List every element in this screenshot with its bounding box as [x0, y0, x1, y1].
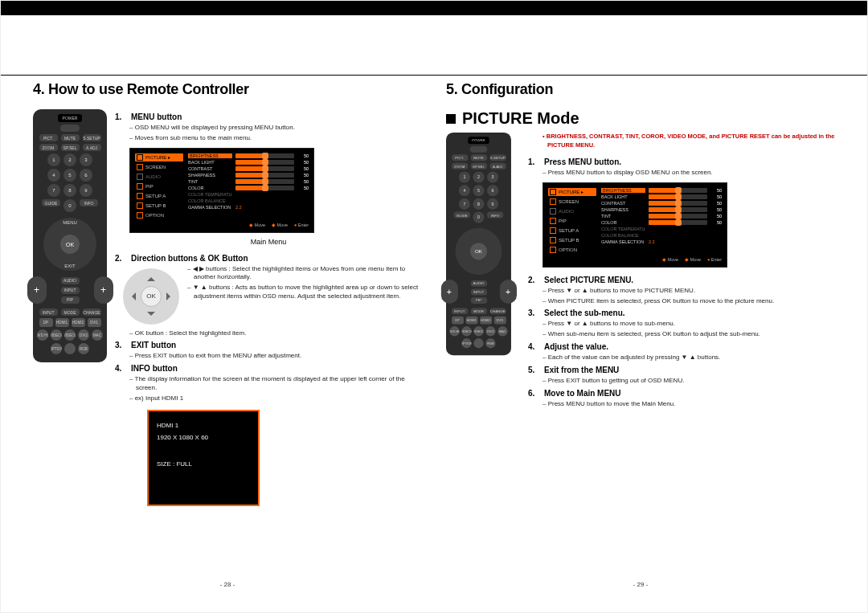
r-sec2-b2: When PICTURE item is selected, press OK …	[542, 297, 835, 306]
osd-item-audio: AUDIO	[135, 173, 183, 181]
r2-2: 2	[473, 171, 484, 182]
main-menu-caption: Main Menu	[115, 238, 422, 246]
osd2-setupb: SETUP B	[548, 236, 596, 244]
src-dvdhd: DVD HD	[37, 329, 48, 341]
num-7: 7	[47, 184, 60, 197]
r2-vol: +	[440, 280, 457, 304]
osd-row-color-temperature: COLOR TEMPERATURE	[188, 192, 309, 197]
src-dvi1: DVI1	[88, 318, 101, 327]
r2-mode: MODE	[470, 308, 486, 314]
num-1: 1	[47, 153, 60, 166]
src-dvi2: DVI2	[78, 329, 89, 341]
remote-control-figure-2: POWER PICT.MUTES.SETUP ZOOMSP.SELA.ADJ 1…	[446, 133, 520, 386]
r2-9: 9	[487, 198, 498, 210]
sec4-b2: ex) Input HDMI 1	[129, 394, 422, 403]
r2-1: 1	[459, 171, 470, 182]
input-btn: INPUT	[39, 309, 58, 316]
sec2-b1: ◀ ▶ buttons : Select the highlighted ite…	[187, 265, 422, 283]
osd-item-picture: PICTURE ▸	[135, 153, 183, 161]
r2-change: CHANGE	[489, 308, 506, 314]
src-rgb: RGB	[78, 343, 89, 354]
source-grid: DP HDMI1 HDMI2 DVI1 DVD HD VIDEO1 VIDEO2…	[37, 318, 103, 354]
osd2-pip: PIP	[548, 217, 596, 225]
remote-body: POWER PICT. MUTE S.SETUP ZOOM SP.SEL A.A…	[33, 109, 107, 362]
picture-mode-header: PICTURE Mode	[446, 109, 835, 128]
r2-sel: +	[499, 280, 516, 304]
osd2-footer: ◆ Move ◆ Move ● Enter	[548, 257, 722, 262]
src-mac: MAC	[92, 329, 103, 341]
osd-row-contrast: CONTRAST50	[188, 166, 309, 171]
r2-rgb: RGB	[485, 338, 495, 348]
r-sec1-b1: Press MENU button to display OSD MENU on…	[542, 169, 835, 178]
ok-button: OK	[60, 235, 80, 254]
r-sec2-b1: Press ▼ or ▲ buttons to move to PICTURE …	[542, 287, 835, 296]
r2-dvdhd: DVD HD	[449, 326, 459, 336]
vol-rocker: +	[27, 276, 47, 304]
src-hdmi1: HDMI1	[55, 318, 69, 327]
osd2-params: BRIGHTNESS50BACK LIGHT50CONTRAST50SHARPN…	[601, 188, 722, 254]
r2-dvi1: DVI1	[493, 317, 506, 325]
r2-guide: GUIDE	[454, 212, 470, 219]
r2-grid: DPHDMI1HDMI2DVI1 DVD HDVIDEO1VIDEO2DVI2 …	[449, 317, 507, 349]
src-dp: DP	[39, 318, 53, 327]
osd-row-brightness: BRIGHTNESS50	[188, 153, 309, 158]
osd-sidebar: PICTURE ▸ SCREEN AUDIO PIP SETUP A SETUP…	[135, 153, 183, 219]
osd-row-tint: TINT50	[601, 214, 722, 219]
change-btn: CHANGE	[83, 309, 101, 316]
info-line3: SIZE : FULL	[157, 458, 250, 470]
r2-mute: MUTE	[470, 154, 486, 161]
r2-7: 7	[459, 198, 470, 210]
r2-pict: PICT.	[452, 154, 468, 161]
sec2-b2: ▼ ▲ buttons : Acts as button to move the…	[187, 284, 422, 301]
sec2-b3: OK button : Select the highlighted item.	[129, 329, 422, 338]
osd-row-brightness: BRIGHTNESS50	[601, 188, 722, 193]
right-arrow-icon	[166, 292, 174, 300]
src-hdmi2: HDMI2	[72, 318, 85, 327]
r2-0: 0	[473, 212, 484, 223]
r2-spsel: SP.SEL	[470, 163, 486, 170]
osd-row-contrast: CONTRAST50	[601, 201, 722, 206]
left-content: POWER PICT. MUTE S.SETUP ZOOM SP.SEL A.A…	[33, 109, 422, 506]
sec2-header: 2.Direction buttons & OK Button	[115, 254, 422, 263]
mute-button: MUTE	[61, 134, 80, 141]
osd-item-option: OPTION	[135, 211, 183, 219]
direction-buttons-figure: OK	[123, 268, 179, 325]
osd2-setupa: SETUP A	[548, 227, 596, 235]
picture-mode-title: PICTURE Mode	[462, 109, 579, 128]
osd-picture-menu: PICTURE ▸ SCREEN AUDIO PIP SETUP A SETUP…	[542, 182, 727, 268]
r2-6: 6	[487, 185, 498, 196]
osd-row-color: COLOR50	[601, 220, 722, 225]
r2-info: INFO	[487, 212, 503, 219]
sec4-b1: The display information for the screen a…	[129, 375, 422, 393]
osd-main-menu: PICTURE ▸ SCREEN AUDIO PIP SETUP A SETUP…	[129, 148, 314, 233]
r2-hdmi2: HDMI2	[480, 317, 492, 325]
r2-v2: VIDEO2	[473, 326, 483, 336]
power-button: POWER	[58, 114, 82, 122]
osd-row-color-balance: COLOR BALANCE	[188, 198, 309, 203]
r2-inputb: INPUT	[452, 308, 468, 314]
off-button-2	[470, 146, 487, 153]
num-9: 9	[80, 184, 92, 197]
r2-aadj: A.ADJ	[489, 163, 506, 170]
r2-dvi2: DVI2	[485, 326, 495, 336]
r2-hdmi1: HDMI1	[465, 317, 477, 325]
horizontal-rule	[1, 75, 867, 76]
osd-footer: ◆ Move ◆ Move ● Enter	[135, 223, 309, 227]
r-sec4-b1: Each of the value can be adjusted by pre…	[542, 353, 835, 362]
aadj-button: A.ADJ	[83, 144, 101, 151]
sec1-b2: Moves from sub menu to the main menu.	[129, 134, 422, 143]
r2-4: 4	[459, 185, 470, 196]
zoom-button: ZOOM	[39, 144, 58, 151]
exit-label: EXIT	[64, 264, 75, 268]
page-number-28: - 28 -	[33, 581, 422, 588]
r2-opt: OPTION	[461, 338, 471, 348]
r-sec2-h: 2.Select PICTURE MENU.	[528, 276, 835, 284]
info-button: INFO	[80, 199, 98, 206]
num-3: 3	[80, 153, 92, 166]
r2-mac: MAC	[497, 326, 507, 336]
r2-ok: OK	[470, 243, 487, 260]
r-sec6-h: 6.Move to Main MENU	[528, 389, 835, 398]
sec4-header: 4.INFO button	[115, 364, 422, 373]
osd-item-pip: PIP	[135, 182, 183, 190]
input-pill: INPUT	[61, 287, 80, 294]
